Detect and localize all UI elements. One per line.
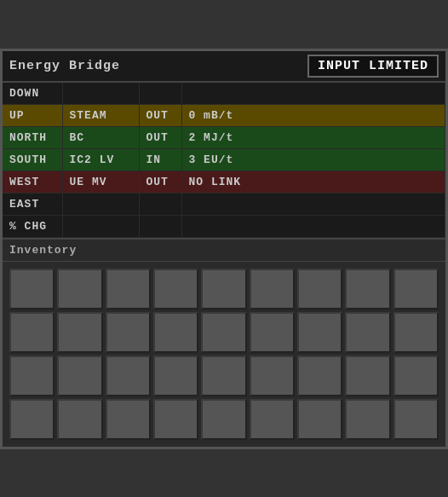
connection-value <box>181 83 445 105</box>
inventory-slot[interactable] <box>106 355 151 396</box>
inventory-slot[interactable] <box>106 269 151 309</box>
inventory-label: Inventory <box>3 238 445 262</box>
inventory-slot[interactable] <box>57 399 102 440</box>
connection-dir: NORTH <box>3 126 62 148</box>
inventory-slot[interactable] <box>201 312 246 353</box>
connection-value <box>181 193 445 215</box>
connection-name <box>62 193 139 215</box>
connection-io: OUT <box>139 170 181 193</box>
inventory-slot[interactable] <box>57 269 102 309</box>
inventory-slot[interactable] <box>106 399 151 440</box>
connection-io: OUT <box>139 104 181 126</box>
inventory-slot[interactable] <box>9 269 55 309</box>
inventory-slot[interactable] <box>297 312 342 353</box>
energy-bridge-window: Energy Bridge INPUT LIMITED DOWN UP STEA… <box>0 49 448 449</box>
inventory-slot[interactable] <box>393 399 439 440</box>
connection-dir: EAST <box>3 193 62 215</box>
inventory-slot[interactable] <box>153 399 198 440</box>
connection-row[interactable]: SOUTH IC2 LV IN 3 EU/t <box>3 148 445 170</box>
connection-name: BC <box>62 126 139 148</box>
inventory-slot[interactable] <box>201 399 246 440</box>
connection-io: OUT <box>139 126 181 148</box>
status-badge: INPUT LIMITED <box>307 55 439 78</box>
inventory-slot[interactable] <box>250 269 295 309</box>
inventory-slot[interactable] <box>153 355 198 396</box>
inventory-slot[interactable] <box>153 269 198 309</box>
connection-io <box>139 193 181 215</box>
inventory-slot[interactable] <box>201 355 246 396</box>
inventory-slot[interactable] <box>57 355 102 396</box>
connection-io <box>139 83 181 105</box>
connection-row[interactable]: UP STEAM OUT 0 mB/t <box>3 104 445 126</box>
connection-value: 3 EU/t <box>181 148 445 170</box>
inventory-slot[interactable] <box>153 312 198 353</box>
connection-dir: % CHG <box>3 215 62 237</box>
inventory-slot[interactable] <box>57 312 102 353</box>
connection-io: IN <box>139 148 181 170</box>
inventory-slot[interactable] <box>106 312 151 353</box>
connection-name: IC2 LV <box>62 148 139 170</box>
inventory-slot[interactable] <box>345 312 390 353</box>
connection-row[interactable]: DOWN <box>3 83 445 105</box>
inventory-slot[interactable] <box>250 312 295 353</box>
connection-name: STEAM <box>62 104 139 126</box>
inventory-slot[interactable] <box>297 269 342 309</box>
inventory-slot[interactable] <box>297 399 342 440</box>
inventory-slot[interactable] <box>9 312 55 353</box>
connections-table: DOWN UP STEAM OUT 0 mB/t NORTH BC OUT 2 … <box>3 83 445 238</box>
connection-name <box>62 83 139 105</box>
connection-row[interactable]: WEST UE MV OUT NO LINK <box>3 170 445 193</box>
inventory-slot[interactable] <box>345 355 390 396</box>
window-title: Energy Bridge <box>9 59 120 73</box>
inventory-slot[interactable] <box>201 269 246 309</box>
connection-row[interactable]: % CHG <box>3 215 445 237</box>
inventory-slot[interactable] <box>297 355 342 396</box>
connection-dir: SOUTH <box>3 148 62 170</box>
connection-name: UE MV <box>62 170 139 193</box>
connection-dir: WEST <box>3 170 62 193</box>
connection-value: NO LINK <box>181 170 445 193</box>
connection-row[interactable]: EAST <box>3 193 445 215</box>
connection-row[interactable]: NORTH BC OUT 2 MJ/t <box>3 126 445 148</box>
connection-name <box>62 215 139 237</box>
inventory-slot[interactable] <box>393 269 439 309</box>
connection-io <box>139 215 181 237</box>
connection-value: 0 mB/t <box>181 104 445 126</box>
inventory-slot[interactable] <box>9 355 55 396</box>
inventory-grid <box>3 262 445 447</box>
inventory-slot[interactable] <box>345 399 390 440</box>
inventory-slot[interactable] <box>393 312 439 353</box>
inventory-slot[interactable] <box>393 355 439 396</box>
connection-dir: UP <box>3 104 62 126</box>
connection-value: 2 MJ/t <box>181 126 445 148</box>
inventory-slot[interactable] <box>250 355 295 396</box>
inventory-slot[interactable] <box>250 399 295 440</box>
title-bar: Energy Bridge INPUT LIMITED <box>3 51 445 83</box>
inventory-slot[interactable] <box>9 399 55 440</box>
inventory-slot[interactable] <box>345 269 390 309</box>
connection-dir: DOWN <box>3 83 62 105</box>
connection-value <box>181 215 445 237</box>
